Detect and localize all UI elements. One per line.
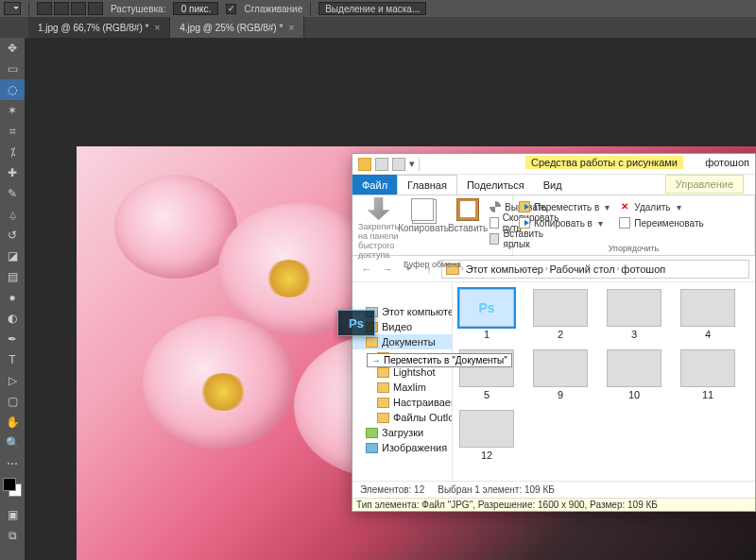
clipboard-group-label: Буфер обмена [358, 260, 507, 271]
move-to-button[interactable]: Переместить в▾ [519, 199, 610, 214]
qat-drop-icon[interactable]: ▾ [409, 158, 415, 170]
nav-item-maxlim[interactable]: Maxlim [352, 380, 452, 395]
thumb-image [533, 349, 588, 387]
rename-icon [619, 217, 630, 229]
heal-tool[interactable]: ✚ [0, 162, 25, 183]
info-tooltip-bar: Тип элемента: Файл "JPG", Разрешение: 16… [352, 498, 755, 511]
type-tool[interactable]: T [0, 349, 25, 370]
screenmode-tool[interactable]: ⧉ [0, 525, 25, 546]
drag-move-tooltip: → Переместить в "Документы" [367, 353, 512, 367]
ps-tool-panel: ✥ ▭ ◌ ✶ ⌗ ⁒ ✚ ✎ ⍙ ↺ ◪ ▤ ● ◐ ✒ T ▷ ▢ ✋ 🔍 … [0, 38, 25, 560]
delete-button[interactable]: ✕Удалить▾ [619, 199, 703, 214]
pen-tool[interactable]: ✒ [0, 329, 25, 349]
copy-path-icon [490, 217, 499, 229]
nav-item-outlook[interactable]: Файлы Outlook [352, 410, 452, 425]
copy-label: Копировать [398, 223, 449, 233]
path-select-tool[interactable]: ▷ [0, 370, 25, 391]
document-tab[interactable]: 1.jpg @ 66,7% (RGB/8#) * × [28, 17, 170, 38]
tool-preset-drop[interactable] [4, 2, 21, 15]
dodge-tool[interactable]: ◐ [0, 308, 25, 329]
tab-share[interactable]: Поделиться [457, 175, 534, 195]
status-count: Элементов: 12 [360, 484, 424, 495]
file-thumb[interactable]: 9 [532, 349, 589, 400]
breadcrumb[interactable]: фотошоп [621, 263, 665, 275]
antialias-checkbox[interactable] [226, 4, 236, 14]
shortcut-icon [490, 233, 499, 245]
quick-select-tool[interactable]: ✶ [0, 100, 25, 121]
folder-icon [377, 367, 389, 378]
close-icon[interactable]: × [288, 23, 294, 33]
cut-icon [490, 201, 501, 212]
pin-label2: быстрого доступа [358, 241, 399, 260]
nav-item-images[interactable]: Изображения [352, 440, 452, 455]
properties-icon[interactable] [375, 158, 388, 171]
copy-button[interactable]: Копировать [401, 197, 446, 260]
shape-tool[interactable]: ▢ [0, 391, 25, 412]
crop-tool[interactable]: ⌗ [0, 121, 25, 142]
hand-tool[interactable]: ✋ [0, 412, 25, 433]
delete-icon: ✕ [619, 201, 630, 212]
file-thumb[interactable]: 3 [606, 289, 662, 340]
file-thumb[interactable]: 10 [606, 349, 662, 400]
file-explorer-window[interactable]: ▾ Средства работы с рисунками фотошоп Фа… [352, 153, 756, 512]
thumb-image [607, 349, 662, 387]
folder-icon [377, 382, 389, 393]
thumb-image [459, 410, 514, 448]
copy-to-button[interactable]: Копировать в▾ [519, 215, 610, 230]
more-icon[interactable]: ⋯ [0, 453, 25, 474]
file-thumb[interactable]: 2 [532, 289, 589, 340]
brush-tool[interactable]: ✎ [0, 183, 25, 204]
eyedropper-tool[interactable]: ⁒ [0, 142, 25, 162]
folder-icon [377, 398, 389, 408]
thumb-image [680, 349, 735, 387]
tab-home[interactable]: Главная [397, 175, 457, 195]
folder-icon [358, 158, 371, 171]
file-thumb[interactable]: 12 [458, 410, 515, 461]
eraser-tool[interactable]: ◪ [0, 246, 25, 266]
tab-view[interactable]: Вид [534, 175, 572, 195]
feather-input[interactable] [173, 2, 218, 15]
ribbon: Закрепить на панели быстрого доступа Коп… [352, 195, 755, 256]
explorer-titlebar[interactable]: ▾ Средства работы с рисунками фотошоп [352, 154, 755, 175]
nav-item-downloads[interactable]: Загрузки [352, 425, 452, 440]
status-selected: Выбран 1 элемент: 109 КБ [438, 484, 555, 495]
document-tab-label: 4.jpg @ 25% (RGB/8#) * [180, 23, 283, 33]
paste-icon [456, 198, 479, 221]
file-thumb[interactable]: 4 [679, 289, 736, 340]
quickmask-tool[interactable]: ▣ [0, 504, 25, 525]
file-thumb[interactable]: Ps1 [458, 289, 515, 340]
select-and-mask-button[interactable]: Выделение и маска... [318, 2, 426, 15]
antialias-label: Сглаживание [244, 4, 302, 14]
nav-item-customize[interactable]: Настраиваемые [352, 395, 452, 410]
marquee-tool[interactable]: ▭ [0, 59, 25, 79]
status-bar: Элементов: 12 Выбран 1 элемент: 109 КБ [352, 481, 755, 498]
tab-manage[interactable]: Управление [665, 175, 744, 194]
zoom-tool[interactable]: 🔍 [0, 433, 25, 453]
drag-ghost-thumb: Ps [337, 310, 375, 336]
files-pane[interactable]: Ps1 2 3 4 5 9 10 11 12 [453, 283, 755, 481]
tab-file[interactable]: Файл [352, 175, 397, 195]
close-icon[interactable]: × [154, 23, 160, 33]
pin-quickaccess-button[interactable]: Закрепить на панели быстрого доступа [358, 197, 399, 260]
lasso-tool[interactable]: ◌ [0, 79, 25, 100]
selection-mode-icons[interactable] [37, 2, 103, 15]
pin-label1: Закрепить на панели [358, 222, 399, 241]
stamp-tool[interactable]: ⍙ [0, 204, 25, 225]
nav-item-documents[interactable]: Документы [352, 334, 452, 349]
paste-button[interactable]: Вставить [448, 197, 488, 260]
organize-group-label: Упорядочить [519, 244, 748, 255]
pin-icon [368, 197, 390, 220]
move-tool[interactable]: ✥ [0, 38, 25, 59]
document-tab[interactable]: 4.jpg @ 25% (RGB/8#) * × [170, 17, 304, 38]
blur-tool[interactable]: ● [0, 287, 25, 308]
history-brush-tool[interactable]: ↺ [0, 225, 25, 246]
color-swatches[interactable] [3, 478, 22, 497]
move-arrow-icon: → [371, 355, 381, 365]
gradient-tool[interactable]: ▤ [0, 266, 25, 287]
breadcrumb[interactable]: Рабочий стол [550, 263, 615, 275]
ribbon-tabs: Файл Главная Поделиться Вид Управление [352, 175, 755, 195]
context-tab-label: Средства работы с рисунками [525, 156, 683, 169]
new-folder-icon[interactable] [392, 158, 405, 171]
rename-button[interactable]: Переименовать [619, 215, 703, 230]
file-thumb[interactable]: 11 [679, 349, 736, 400]
